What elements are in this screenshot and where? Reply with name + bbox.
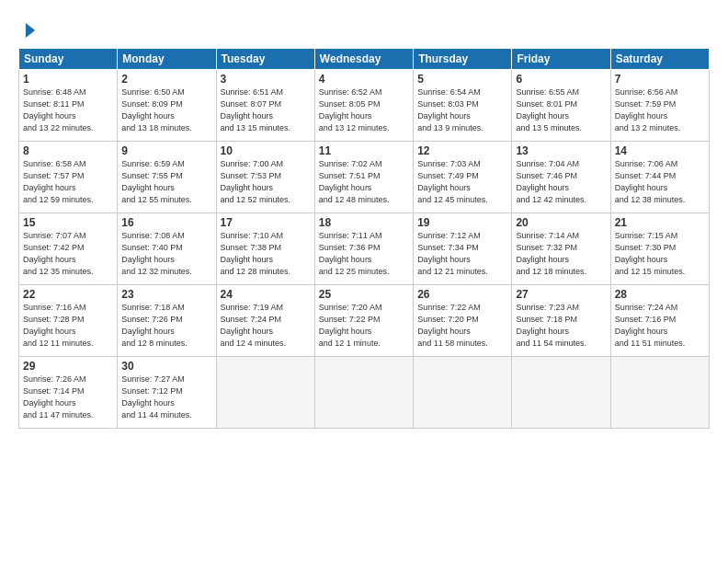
day-info: Sunrise: 7:11 AMSunset: 7:36 PMDaylight … bbox=[319, 231, 390, 276]
day-number: 9 bbox=[121, 144, 211, 157]
day-info: Sunrise: 6:52 AMSunset: 8:05 PMDaylight … bbox=[319, 87, 390, 132]
day-number: 28 bbox=[615, 288, 705, 301]
day-info: Sunrise: 6:59 AMSunset: 7:55 PMDaylight … bbox=[121, 159, 192, 204]
day-info: Sunrise: 7:22 AMSunset: 7:20 PMDaylight … bbox=[417, 303, 488, 348]
day-info: Sunrise: 7:14 AMSunset: 7:32 PMDaylight … bbox=[516, 231, 586, 276]
day-number: 20 bbox=[516, 216, 606, 229]
day-info: Sunrise: 7:12 AMSunset: 7:34 PMDaylight … bbox=[417, 231, 488, 276]
week-row-5: 29Sunrise: 7:26 AMSunset: 7:14 PMDayligh… bbox=[19, 357, 710, 429]
day-info: Sunrise: 7:23 AMSunset: 7:18 PMDaylight … bbox=[516, 303, 586, 348]
col-header-monday: Monday bbox=[118, 49, 216, 70]
day-cell: 22Sunrise: 7:16 AMSunset: 7:28 PMDayligh… bbox=[19, 285, 118, 357]
day-cell: 13Sunrise: 7:04 AMSunset: 7:46 PMDayligh… bbox=[512, 142, 610, 213]
day-info: Sunrise: 7:03 AMSunset: 7:49 PMDaylight … bbox=[417, 159, 488, 204]
day-number: 4 bbox=[319, 73, 409, 86]
day-number: 23 bbox=[121, 288, 211, 301]
day-cell: 3Sunrise: 6:51 AMSunset: 8:07 PMDaylight… bbox=[216, 70, 314, 142]
day-cell: 25Sunrise: 7:20 AMSunset: 7:22 PMDayligh… bbox=[314, 285, 413, 357]
day-number: 18 bbox=[319, 216, 409, 229]
day-number: 16 bbox=[121, 216, 211, 229]
day-cell: 9Sunrise: 6:59 AMSunset: 7:55 PMDaylight… bbox=[118, 142, 216, 213]
day-cell: 7Sunrise: 6:56 AMSunset: 7:59 PMDaylight… bbox=[610, 70, 709, 142]
day-number: 3 bbox=[221, 73, 311, 86]
day-number: 12 bbox=[417, 144, 507, 157]
day-info: Sunrise: 6:55 AMSunset: 8:01 PMDaylight … bbox=[516, 87, 582, 132]
day-info: Sunrise: 6:51 AMSunset: 8:07 PMDaylight … bbox=[221, 87, 291, 132]
day-number: 11 bbox=[319, 144, 409, 157]
day-number: 1 bbox=[23, 73, 113, 86]
day-number: 6 bbox=[516, 73, 606, 86]
day-number: 14 bbox=[615, 144, 705, 157]
day-cell: 17Sunrise: 7:10 AMSunset: 7:38 PMDayligh… bbox=[216, 213, 314, 285]
day-number: 22 bbox=[23, 288, 113, 301]
day-info: Sunrise: 7:04 AMSunset: 7:46 PMDaylight … bbox=[516, 159, 586, 204]
day-cell: 15Sunrise: 7:07 AMSunset: 7:42 PMDayligh… bbox=[19, 213, 118, 285]
col-header-thursday: Thursday bbox=[414, 49, 512, 70]
day-cell: 27Sunrise: 7:23 AMSunset: 7:18 PMDayligh… bbox=[512, 285, 610, 357]
day-cell: 6Sunrise: 6:55 AMSunset: 8:01 PMDaylight… bbox=[512, 70, 610, 142]
day-cell: 5Sunrise: 6:54 AMSunset: 8:03 PMDaylight… bbox=[414, 70, 512, 142]
day-cell: 26Sunrise: 7:22 AMSunset: 7:20 PMDayligh… bbox=[414, 285, 512, 357]
header bbox=[18, 17, 710, 40]
day-cell bbox=[512, 357, 610, 429]
day-info: Sunrise: 6:56 AMSunset: 7:59 PMDaylight … bbox=[615, 87, 681, 132]
day-info: Sunrise: 6:50 AMSunset: 8:09 PMDaylight … bbox=[121, 87, 192, 132]
day-cell: 11Sunrise: 7:02 AMSunset: 7:51 PMDayligh… bbox=[314, 142, 413, 213]
day-info: Sunrise: 7:06 AMSunset: 7:44 PMDaylight … bbox=[615, 159, 686, 204]
day-number: 30 bbox=[121, 360, 211, 373]
header-row: SundayMondayTuesdayWednesdayThursdayFrid… bbox=[19, 49, 710, 70]
day-cell bbox=[216, 357, 314, 429]
col-header-sunday: Sunday bbox=[19, 49, 118, 70]
day-cell bbox=[414, 357, 512, 429]
day-number: 26 bbox=[417, 288, 507, 301]
day-cell: 23Sunrise: 7:18 AMSunset: 7:26 PMDayligh… bbox=[118, 285, 216, 357]
day-cell: 2Sunrise: 6:50 AMSunset: 8:09 PMDaylight… bbox=[118, 70, 216, 142]
day-cell bbox=[314, 357, 413, 429]
logo bbox=[18, 20, 40, 40]
day-cell: 19Sunrise: 7:12 AMSunset: 7:34 PMDayligh… bbox=[414, 213, 512, 285]
day-info: Sunrise: 6:48 AMSunset: 8:11 PMDaylight … bbox=[23, 87, 94, 132]
day-info: Sunrise: 7:19 AMSunset: 7:24 PMDaylight … bbox=[221, 303, 287, 348]
day-cell: 24Sunrise: 7:19 AMSunset: 7:24 PMDayligh… bbox=[216, 285, 314, 357]
col-header-tuesday: Tuesday bbox=[216, 49, 314, 70]
day-info: Sunrise: 7:02 AMSunset: 7:51 PMDaylight … bbox=[319, 159, 390, 204]
svg-marker-0 bbox=[26, 23, 35, 38]
day-info: Sunrise: 7:16 AMSunset: 7:28 PMDaylight … bbox=[23, 303, 94, 348]
day-number: 13 bbox=[516, 144, 606, 157]
day-info: Sunrise: 7:26 AMSunset: 7:14 PMDaylight … bbox=[23, 374, 94, 419]
week-row-1: 1Sunrise: 6:48 AMSunset: 8:11 PMDaylight… bbox=[19, 70, 710, 142]
day-cell: 18Sunrise: 7:11 AMSunset: 7:36 PMDayligh… bbox=[314, 213, 413, 285]
day-info: Sunrise: 7:00 AMSunset: 7:53 PMDaylight … bbox=[221, 159, 291, 204]
day-info: Sunrise: 6:58 AMSunset: 7:57 PMDaylight … bbox=[23, 159, 94, 204]
day-cell: 1Sunrise: 6:48 AMSunset: 8:11 PMDaylight… bbox=[19, 70, 118, 142]
day-cell: 28Sunrise: 7:24 AMSunset: 7:16 PMDayligh… bbox=[610, 285, 709, 357]
day-cell: 4Sunrise: 6:52 AMSunset: 8:05 PMDaylight… bbox=[314, 70, 413, 142]
day-number: 19 bbox=[417, 216, 507, 229]
day-cell bbox=[610, 357, 709, 429]
day-cell: 30Sunrise: 7:27 AMSunset: 7:12 PMDayligh… bbox=[118, 357, 216, 429]
day-info: Sunrise: 7:18 AMSunset: 7:26 PMDaylight … bbox=[121, 303, 188, 348]
day-cell: 14Sunrise: 7:06 AMSunset: 7:44 PMDayligh… bbox=[610, 142, 709, 213]
col-header-friday: Friday bbox=[512, 49, 610, 70]
day-number: 8 bbox=[23, 144, 113, 157]
day-info: Sunrise: 7:27 AMSunset: 7:12 PMDaylight … bbox=[121, 374, 192, 419]
day-cell: 21Sunrise: 7:15 AMSunset: 7:30 PMDayligh… bbox=[610, 213, 709, 285]
day-number: 15 bbox=[23, 216, 113, 229]
day-number: 29 bbox=[23, 360, 113, 373]
day-number: 25 bbox=[319, 288, 409, 301]
logo-icon bbox=[20, 20, 40, 40]
day-info: Sunrise: 6:54 AMSunset: 8:03 PMDaylight … bbox=[417, 87, 483, 132]
page: SundayMondayTuesdayWednesdayThursdayFrid… bbox=[0, 0, 728, 563]
day-info: Sunrise: 7:07 AMSunset: 7:42 PMDaylight … bbox=[23, 231, 94, 276]
week-row-3: 15Sunrise: 7:07 AMSunset: 7:42 PMDayligh… bbox=[19, 213, 710, 285]
day-info: Sunrise: 7:20 AMSunset: 7:22 PMDaylight … bbox=[319, 303, 382, 348]
day-cell: 16Sunrise: 7:08 AMSunset: 7:40 PMDayligh… bbox=[118, 213, 216, 285]
day-cell: 29Sunrise: 7:26 AMSunset: 7:14 PMDayligh… bbox=[19, 357, 118, 429]
day-info: Sunrise: 7:10 AMSunset: 7:38 PMDaylight … bbox=[221, 231, 291, 276]
week-row-2: 8Sunrise: 6:58 AMSunset: 7:57 PMDaylight… bbox=[19, 142, 710, 213]
day-number: 27 bbox=[516, 288, 606, 301]
day-number: 21 bbox=[615, 216, 705, 229]
col-header-saturday: Saturday bbox=[610, 49, 709, 70]
day-number: 17 bbox=[221, 216, 311, 229]
day-info: Sunrise: 7:24 AMSunset: 7:16 PMDaylight … bbox=[615, 303, 686, 348]
